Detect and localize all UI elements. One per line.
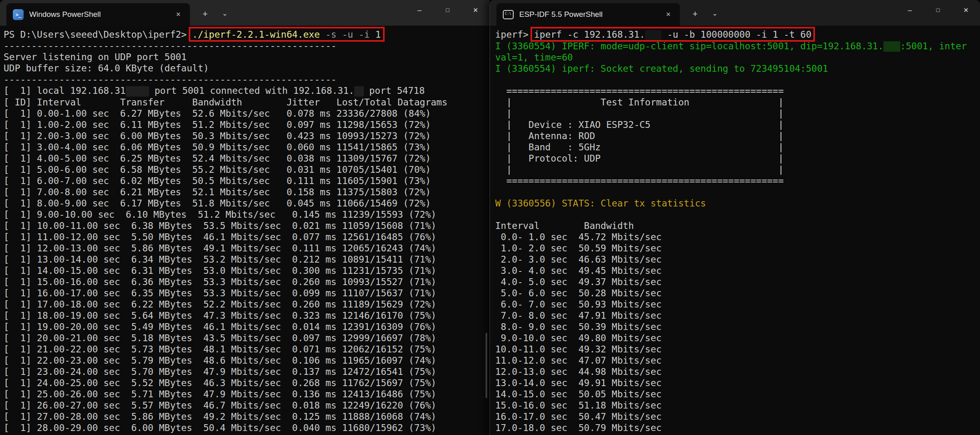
terminal-line: [ 1] 5.00-6.00 sec 6.58 MBytes 55.2 Mbit… xyxy=(4,164,490,175)
terminal-line: 10.0-11.0 sec 49.32 Mbits/sec xyxy=(495,344,980,355)
espidf-powershell-window: C:\ ESP-IDF 5.5 PowerShell ✕ + ⌄ – □ ✕ i… xyxy=(490,0,980,435)
terminal-line: [ 1] 19.00-20.00 sec 5.49 MBytes 46.1 Mb… xyxy=(4,321,490,332)
terminal-line: | Device : XIAO ESP32-C5 | xyxy=(495,119,980,130)
terminal-line: I (3360554) iperf: Socket created, sendi… xyxy=(495,63,980,74)
terminal-line: 17.0-18.0 sec 50.79 Mbits/sec xyxy=(495,422,980,433)
terminal-line: [ 1] 7.00-8.00 sec 6.21 MBytes 52.1 Mbit… xyxy=(4,186,490,198)
new-tab-button[interactable]: + xyxy=(688,7,702,22)
tab-espidf-powershell[interactable]: C:\ ESP-IDF 5.5 PowerShell ✕ xyxy=(496,3,680,26)
terminal-line: | | xyxy=(495,164,980,175)
terminal-line: | Protocol: UDP | xyxy=(495,153,980,164)
left-titlebar: >_ Windows PowerShell ✕ + ⌄ – □ ✕ xyxy=(0,0,490,26)
terminal-line: 7.0- 8.0 sec 47.91 Mbits/sec xyxy=(495,310,980,321)
terminal-line: 3.0- 4.0 sec 49.45 Mbits/sec xyxy=(495,265,980,276)
tab-title: Windows PowerShell xyxy=(29,10,172,19)
terminal-line: [ 1] local 192.168.31 port 5001 connecte… xyxy=(4,85,490,97)
terminal-line xyxy=(495,186,980,198)
terminal-line: [ 1] 12.00-13.00 sec 5.86 MBytes 49.1 Mb… xyxy=(4,243,490,254)
terminal-line: [ 1] 3.00-4.00 sec 6.06 MBytes 50.9 Mbit… xyxy=(4,142,490,153)
terminal-line: 14.0-15.0 sec 50.05 Mbits/sec xyxy=(495,388,980,400)
terminal-line xyxy=(495,209,980,220)
terminal-line: Interval Bandwidth xyxy=(495,220,980,231)
minimize-button[interactable]: – xyxy=(405,0,434,20)
terminal-line: [ 1] 25.00-26.00 sec 5.71 MBytes 47.9 Mb… xyxy=(4,388,490,400)
terminal-line: [ 1] 13.00-14.00 sec 6.34 MBytes 53.2 Mb… xyxy=(4,254,490,265)
terminal-line: PS D:\Users\seeed\Desktop\iperf2> ./iper… xyxy=(4,29,490,40)
terminal-line: [ ID] Interval Transfer Bandwidth Jitter… xyxy=(4,97,490,108)
terminal-line: [ 1] 28.00-29.00 sec 6.00 MBytes 50.4 Mb… xyxy=(4,422,490,433)
terminal-line: [ 1] 17.00-18.00 sec 6.22 MBytes 52.2 Mb… xyxy=(4,299,490,310)
close-button[interactable]: ✕ xyxy=(952,0,980,20)
terminal-line: 16.0-17.0 sec 50.47 Mbits/sec xyxy=(495,411,980,422)
terminal-line: 2.0- 3.0 sec 46.63 Mbits/sec xyxy=(495,254,980,265)
terminal-line: Server listening on UDP port 5001 xyxy=(4,51,490,63)
new-tab-button[interactable]: + xyxy=(198,7,212,22)
red-annotation-box: ./iperf-2.2.1-win64.exe -s -u -i 1 xyxy=(192,29,381,40)
terminal-line: 0.0- 1.0 sec 45.72 Mbits/sec xyxy=(495,231,980,243)
redaction-box xyxy=(883,41,900,52)
terminal-line: [ 1] 16.00-17.00 sec 6.35 MBytes 53.3 Mb… xyxy=(4,287,490,299)
terminal-line: [ 1] 11.00-12.00 sec 5.50 MBytes 46.1 Mb… xyxy=(4,231,490,243)
terminal-line: [ 1] 26.00-27.00 sec 5.57 MBytes 46.7 Mb… xyxy=(4,400,490,411)
terminal-line: 6.0- 7.0 sec 50.93 Mbits/sec xyxy=(495,299,980,310)
redaction-box xyxy=(354,86,364,97)
iperf-server-output[interactable]: PS D:\Users\seeed\Desktop\iperf2> ./iper… xyxy=(0,26,490,435)
terminal-line: [ 1] 18.00-19.00 sec 5.64 MBytes 47.3 Mb… xyxy=(4,310,490,321)
terminal-line: ----------------------------------------… xyxy=(4,74,490,85)
terminal-line xyxy=(495,74,980,85)
terminal-line: [ 1] 2.00-3.00 sec 6.00 MBytes 50.3 Mbit… xyxy=(4,130,490,142)
powershell-icon: >_ xyxy=(13,9,24,20)
terminal-line: 1.0- 2.0 sec 50.59 Mbits/sec xyxy=(495,243,980,254)
tab-title: ESP-IDF 5.5 PowerShell xyxy=(519,10,662,19)
terminal-line: 13.0-14.0 sec 49.91 Mbits/sec xyxy=(495,377,980,388)
terminal-line: I (3360554) IPERF: mode=udp-client sip=l… xyxy=(495,40,980,52)
tab-dropdown-button[interactable]: ⌄ xyxy=(709,9,721,20)
terminal-line: [ 1] 6.00-7.00 sec 6.02 MBytes 50.5 Mbit… xyxy=(4,175,490,186)
terminal-line: [ 1] 27.00-28.00 sec 5.86 MBytes 49.2 Mb… xyxy=(4,411,490,422)
terminal-line: 9.0-10.0 sec 49.80 Mbits/sec xyxy=(495,332,980,344)
close-button[interactable]: ✕ xyxy=(462,0,490,20)
terminal-line: | Test Information | xyxy=(495,97,980,108)
terminal-line: [ 1] 14.00-15.00 sec 6.31 MBytes 53.0 Mb… xyxy=(4,265,490,276)
terminal-line: [ 1] 24.00-25.00 sec 5.52 MBytes 46.3 Mb… xyxy=(4,377,490,388)
terminal-line: 15.0-16.0 sec 51.18 Mbits/sec xyxy=(495,400,980,411)
red-annotation-box: iperf -c 192.168.31. -u -b 100000000 -i … xyxy=(534,29,811,40)
terminal-line: ----------------------------------------… xyxy=(4,40,490,51)
terminal-line: iperf> iperf -c 192.168.31. -u -b 100000… xyxy=(495,29,980,40)
terminal-line: | Band : 5GHz | xyxy=(495,142,980,153)
console-icon: C:\ xyxy=(503,10,514,19)
tab-dropdown-button[interactable]: ⌄ xyxy=(219,9,231,20)
terminal-line: 8.0- 9.0 sec 50.39 Mbits/sec xyxy=(495,321,980,332)
tab-close-icon[interactable]: ✕ xyxy=(172,8,184,20)
iperf-client-output[interactable]: iperf> iperf -c 192.168.31. -u -b 100000… xyxy=(490,26,980,435)
terminal-line: | Antenna: ROD | xyxy=(495,130,980,142)
powershell-window: >_ Windows PowerShell ✕ + ⌄ – □ ✕ PS D:\… xyxy=(0,0,490,435)
tab-close-icon[interactable]: ✕ xyxy=(662,8,674,20)
scrollbar-thumb[interactable] xyxy=(486,333,487,398)
window-controls: – □ ✕ xyxy=(405,0,490,20)
terminal-line: [ 1] 4.00-5.00 sec 6.25 MBytes 52.4 Mbit… xyxy=(4,153,490,164)
terminal-line: [ 1] 15.00-16.00 sec 6.36 MBytes 53.3 Mb… xyxy=(4,276,490,287)
maximize-button[interactable]: □ xyxy=(434,0,462,20)
terminal-line: 4.0- 5.0 sec 49.37 Mbits/sec xyxy=(495,276,980,287)
terminal-line: [ 1] 1.00-2.00 sec 6.11 MBytes 51.2 Mbit… xyxy=(4,119,490,130)
terminal-line: ========================================… xyxy=(495,175,980,186)
terminal-line: [ 1] 10.00-11.00 sec 6.38 MBytes 53.5 Mb… xyxy=(4,220,490,231)
redaction-box xyxy=(645,30,662,40)
terminal-line: [ 1] 9.00-10.00 sec 6.10 MBytes 51.2 Mbi… xyxy=(4,209,490,220)
redaction-box xyxy=(126,86,149,97)
tab-windows-powershell[interactable]: >_ Windows PowerShell ✕ xyxy=(6,3,190,26)
right-titlebar: C:\ ESP-IDF 5.5 PowerShell ✕ + ⌄ – □ ✕ xyxy=(490,0,980,26)
minimize-button[interactable]: – xyxy=(896,0,924,20)
terminal-line: [ 1] 22.00-23.00 sec 5.79 MBytes 48.6 Mb… xyxy=(4,355,490,366)
terminal-line: val=1, time=60 xyxy=(495,52,980,63)
terminal-line: [ 1] 20.00-21.00 sec 5.18 MBytes 43.5 Mb… xyxy=(4,332,490,344)
terminal-line: | | xyxy=(495,108,980,119)
window-controls: – □ ✕ xyxy=(896,0,980,20)
maximize-button[interactable]: □ xyxy=(924,0,952,20)
terminal-line: 5.0- 6.0 sec 50.28 Mbits/sec xyxy=(495,287,980,299)
terminal-line: W (3360556) STATS: Clear tx statistics xyxy=(495,198,980,209)
terminal-line: ========================================… xyxy=(495,85,980,97)
terminal-line: [ 1] 23.00-24.00 sec 5.70 MBytes 47.9 Mb… xyxy=(4,366,490,377)
terminal-line: [ 1] 8.00-9.00 sec 6.17 MBytes 51.8 Mbit… xyxy=(4,198,490,209)
